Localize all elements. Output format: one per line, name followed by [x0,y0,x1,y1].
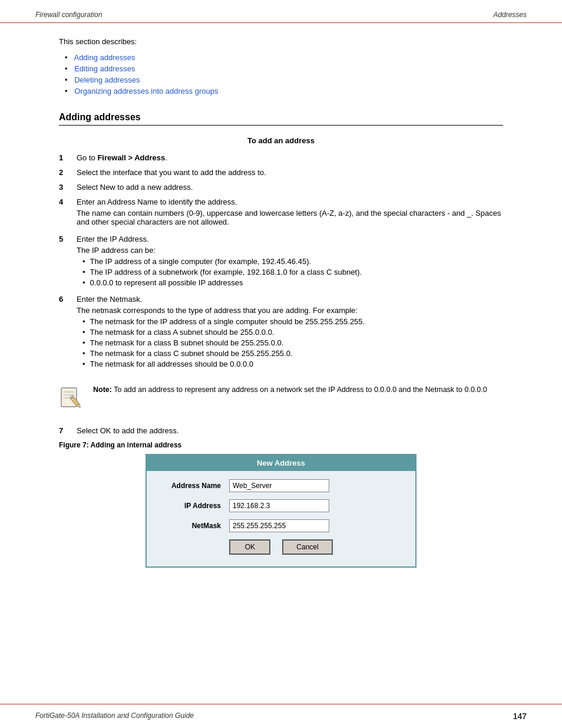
ok-button[interactable]: OK [229,539,270,555]
list-item: The IP address of a single computer (for… [82,257,503,266]
step-6: 6 Enter the Netmask. The netmask corresp… [59,295,503,370]
ip-address-label: IP Address [158,502,229,510]
list-item: The netmask for all addresses should be … [82,360,503,368]
netmask-row: NetMask [158,519,404,532]
list-item: The netmask for a class B subnet should … [82,338,503,347]
list-item: The netmask for the IP address of a sing… [82,317,503,326]
note-text: Note: To add an address to represent any… [93,384,487,396]
step-5-content: Enter the IP Address. The IP address can… [77,235,503,289]
ip-address-input[interactable] [229,499,329,512]
note-label: Note: [93,386,112,394]
deleting-addresses-link[interactable]: Deleting addresses [74,75,140,84]
address-name-input[interactable] [229,479,329,492]
dialog-body: Address Name IP Address NetMask OK Cance… [147,471,415,566]
list-item: Organizing addresses into address groups [65,87,503,95]
list-item: Deleting addresses [65,75,503,84]
step-2-content: Select the interface that you want to ad… [77,168,503,177]
step-3-content: Select New to add a new address. [77,183,503,192]
note-content: To add an address to represent any addre… [114,386,487,394]
note-pencil-icon [59,384,82,410]
step-6-bullets: The netmask for the IP address of a sing… [77,317,503,368]
steps-list: 1 Go to Firewall > Address. 2 Select the… [59,153,503,370]
ip-address-row: IP Address [158,499,404,512]
organizing-addresses-link[interactable]: Organizing addresses into address groups [74,87,218,95]
step-1-content: Go to Firewall > Address. [77,153,503,162]
step-1-number: 1 [59,153,77,162]
page-footer: FortiGate-50A Installation and Configura… [0,704,562,728]
step-7-list: 7 Select OK to add the address. [59,426,503,435]
step-2-number: 2 [59,168,77,177]
step-3-number: 3 [59,183,77,192]
page-header: Firewall configuration Addresses [0,0,562,23]
dialog-box: New Address Address Name IP Address NetM… [146,454,416,568]
step-6-number: 6 [59,295,77,304]
step-5: 5 Enter the IP Address. The IP address c… [59,235,503,289]
step-4: 4 Enter an Address Name to identify the … [59,197,503,229]
link-list: Adding addresses Editing addresses Delet… [59,53,503,95]
cancel-button[interactable]: Cancel [282,539,332,555]
note-icon [59,384,87,412]
netmask-input[interactable] [229,519,329,532]
dialog-title-bar: New Address [147,455,415,471]
list-item: The netmask for a class C subnet should … [82,349,503,358]
address-name-row: Address Name [158,479,404,492]
step-7-content: Select OK to add the address. [77,426,503,435]
step-1: 1 Go to Firewall > Address. [59,153,503,162]
figure-caption: Figure 7: Adding an internal address [59,441,503,449]
step-7-number: 7 [59,426,77,435]
section-heading: Adding addresses [59,112,503,126]
netmask-label: NetMask [158,522,229,530]
list-item: Editing addresses [65,64,503,73]
step-6-content: Enter the Netmask. The netmask correspon… [77,295,503,370]
list-item: The netmask for a class A subnet should … [82,328,503,337]
intro-text: This section describes: [59,37,503,46]
note-box: Note: To add an address to represent any… [59,380,503,417]
header-right: Addresses [493,11,527,19]
page-container: Firewall configuration Addresses This se… [0,0,562,728]
footer-page-number: 147 [513,711,527,721]
editing-addresses-link[interactable]: Editing addresses [74,64,135,73]
step-3: 3 Select New to add a new address. [59,183,503,192]
dialog-buttons: OK Cancel [158,539,404,558]
step-4-number: 4 [59,197,77,206]
adding-addresses-link[interactable]: Adding addresses [74,53,135,62]
footer-left: FortiGate-50A Installation and Configura… [35,711,194,721]
step-2: 2 Select the interface that you want to … [59,168,503,177]
step-7: 7 Select OK to add the address. [59,426,503,435]
header-left: Firewall configuration [35,11,102,19]
list-item: 0.0.0.0 to represent all possible IP add… [82,278,503,287]
sub-heading: To add an address [59,136,503,145]
list-item: Adding addresses [65,53,503,62]
address-name-label: Address Name [158,482,229,490]
step-4-content: Enter an Address Name to identify the ad… [77,197,503,229]
step-5-number: 5 [59,235,77,243]
list-item: The IP address of a subnetwork (for exam… [82,268,503,276]
step-5-bullets: The IP address of a single computer (for… [77,257,503,287]
main-content: This section describes: Adding addresses… [0,23,562,591]
